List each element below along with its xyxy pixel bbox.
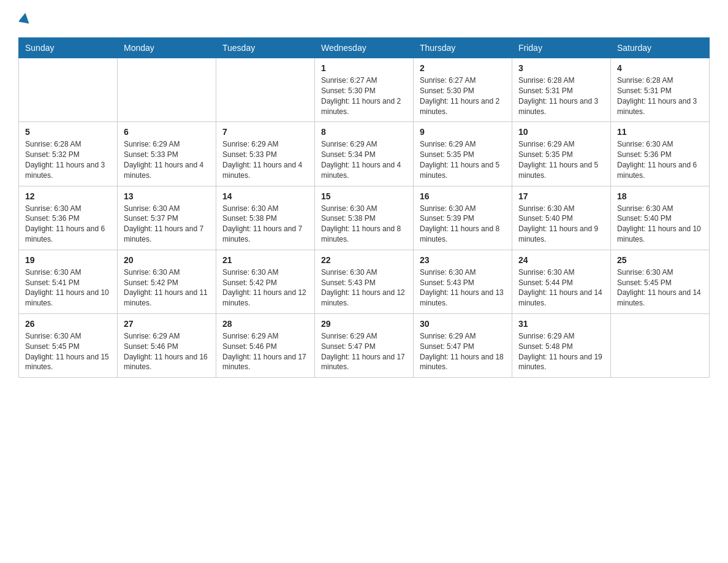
calendar-cell: 8Sunrise: 6:29 AM Sunset: 5:34 PM Daylig… (315, 122, 414, 186)
header-sunday: Sunday (19, 38, 118, 58)
day-info: Sunrise: 6:29 AM Sunset: 5:33 PM Dayligh… (222, 139, 308, 180)
calendar-week-3: 12Sunrise: 6:30 AM Sunset: 5:36 PM Dayli… (19, 186, 710, 250)
calendar-cell: 15Sunrise: 6:30 AM Sunset: 5:38 PM Dayli… (315, 186, 414, 250)
day-number: 5 (25, 127, 111, 137)
calendar-cell: 11Sunrise: 6:30 AM Sunset: 5:36 PM Dayli… (611, 122, 710, 186)
logo-triangle-icon (19, 12, 30, 29)
calendar-cell: 18Sunrise: 6:30 AM Sunset: 5:40 PM Dayli… (611, 186, 710, 250)
header-wednesday: Wednesday (315, 38, 414, 58)
calendar-cell: 4Sunrise: 6:28 AM Sunset: 5:31 PM Daylig… (611, 58, 710, 122)
calendar-cell: 5Sunrise: 6:28 AM Sunset: 5:32 PM Daylig… (19, 122, 118, 186)
day-number: 17 (518, 191, 604, 201)
day-number: 30 (420, 319, 506, 329)
calendar-cell (611, 313, 710, 377)
day-number: 8 (321, 127, 407, 137)
day-info: Sunrise: 6:30 AM Sunset: 5:39 PM Dayligh… (420, 204, 506, 245)
day-number: 11 (617, 127, 703, 137)
day-info: Sunrise: 6:30 AM Sunset: 5:43 PM Dayligh… (321, 267, 407, 308)
calendar-cell: 6Sunrise: 6:29 AM Sunset: 5:33 PM Daylig… (118, 122, 216, 186)
day-number: 14 (222, 191, 308, 201)
day-info: Sunrise: 6:29 AM Sunset: 5:47 PM Dayligh… (321, 331, 407, 372)
day-number: 13 (124, 191, 210, 201)
day-info: Sunrise: 6:29 AM Sunset: 5:34 PM Dayligh… (321, 139, 407, 180)
day-info: Sunrise: 6:30 AM Sunset: 5:42 PM Dayligh… (222, 267, 308, 308)
day-info: Sunrise: 6:30 AM Sunset: 5:37 PM Dayligh… (124, 204, 210, 245)
day-info: Sunrise: 6:30 AM Sunset: 5:36 PM Dayligh… (25, 204, 111, 245)
day-number: 27 (124, 319, 210, 329)
day-number: 28 (222, 319, 308, 329)
day-info: Sunrise: 6:30 AM Sunset: 5:40 PM Dayligh… (617, 204, 703, 245)
day-number: 23 (420, 255, 506, 265)
calendar-cell: 19Sunrise: 6:30 AM Sunset: 5:41 PM Dayli… (19, 250, 118, 313)
day-info: Sunrise: 6:28 AM Sunset: 5:31 PM Dayligh… (617, 75, 703, 117)
calendar-table: SundayMondayTuesdayWednesdayThursdayFrid… (18, 37, 710, 378)
day-number: 20 (124, 255, 210, 265)
calendar-cell: 13Sunrise: 6:30 AM Sunset: 5:37 PM Dayli… (118, 186, 216, 250)
day-number: 25 (617, 255, 703, 265)
calendar-cell: 26Sunrise: 6:30 AM Sunset: 5:45 PM Dayli… (19, 313, 118, 377)
calendar-cell: 28Sunrise: 6:29 AM Sunset: 5:46 PM Dayli… (216, 313, 315, 377)
day-info: Sunrise: 6:28 AM Sunset: 5:32 PM Dayligh… (25, 139, 111, 180)
header-friday: Friday (512, 38, 611, 58)
calendar-cell: 9Sunrise: 6:29 AM Sunset: 5:35 PM Daylig… (414, 122, 512, 186)
day-number: 29 (321, 319, 407, 329)
day-number: 16 (420, 191, 506, 201)
calendar-cell: 16Sunrise: 6:30 AM Sunset: 5:39 PM Dayli… (414, 186, 512, 250)
day-info: Sunrise: 6:30 AM Sunset: 5:40 PM Dayligh… (518, 204, 604, 245)
calendar-cell: 29Sunrise: 6:29 AM Sunset: 5:47 PM Dayli… (315, 313, 414, 377)
day-number: 6 (124, 127, 210, 137)
day-number: 1 (321, 63, 407, 73)
day-number: 18 (617, 191, 703, 201)
day-number: 15 (321, 191, 407, 201)
day-number: 4 (617, 63, 703, 73)
calendar-cell: 10Sunrise: 6:29 AM Sunset: 5:35 PM Dayli… (512, 122, 611, 186)
calendar-cell: 1Sunrise: 6:27 AM Sunset: 5:30 PM Daylig… (315, 58, 414, 122)
calendar-cell: 3Sunrise: 6:28 AM Sunset: 5:31 PM Daylig… (512, 58, 611, 122)
day-info: Sunrise: 6:30 AM Sunset: 5:45 PM Dayligh… (25, 331, 111, 372)
day-number: 24 (518, 255, 604, 265)
day-number: 2 (420, 63, 506, 73)
day-number: 21 (222, 255, 308, 265)
calendar-cell (118, 58, 216, 122)
calendar-cell: 30Sunrise: 6:29 AM Sunset: 5:47 PM Dayli… (414, 313, 512, 377)
calendar-cell: 22Sunrise: 6:30 AM Sunset: 5:43 PM Dayli… (315, 250, 414, 313)
calendar-cell (19, 58, 118, 122)
day-number: 19 (25, 255, 111, 265)
calendar-week-5: 26Sunrise: 6:30 AM Sunset: 5:45 PM Dayli… (19, 313, 710, 377)
day-number: 10 (518, 127, 604, 137)
svg-marker-0 (19, 13, 30, 23)
day-info: Sunrise: 6:30 AM Sunset: 5:45 PM Dayligh… (617, 267, 703, 308)
day-info: Sunrise: 6:30 AM Sunset: 5:38 PM Dayligh… (222, 204, 308, 245)
header-monday: Monday (118, 38, 216, 58)
calendar-week-1: 1Sunrise: 6:27 AM Sunset: 5:30 PM Daylig… (19, 58, 710, 122)
calendar-cell: 14Sunrise: 6:30 AM Sunset: 5:38 PM Dayli… (216, 186, 315, 250)
day-number: 31 (518, 319, 604, 329)
day-info: Sunrise: 6:28 AM Sunset: 5:31 PM Dayligh… (518, 75, 604, 117)
day-info: Sunrise: 6:30 AM Sunset: 5:44 PM Dayligh… (518, 267, 604, 308)
day-info: Sunrise: 6:27 AM Sunset: 5:30 PM Dayligh… (420, 75, 506, 117)
calendar-cell: 25Sunrise: 6:30 AM Sunset: 5:45 PM Dayli… (611, 250, 710, 313)
day-info: Sunrise: 6:29 AM Sunset: 5:46 PM Dayligh… (124, 331, 210, 372)
calendar-cell: 27Sunrise: 6:29 AM Sunset: 5:46 PM Dayli… (118, 313, 216, 377)
day-info: Sunrise: 6:29 AM Sunset: 5:46 PM Dayligh… (222, 331, 308, 372)
calendar-cell: 20Sunrise: 6:30 AM Sunset: 5:42 PM Dayli… (118, 250, 216, 313)
calendar-cell: 31Sunrise: 6:29 AM Sunset: 5:48 PM Dayli… (512, 313, 611, 377)
day-info: Sunrise: 6:27 AM Sunset: 5:30 PM Dayligh… (321, 75, 407, 117)
calendar-cell: 24Sunrise: 6:30 AM Sunset: 5:44 PM Dayli… (512, 250, 611, 313)
calendar-cell: 23Sunrise: 6:30 AM Sunset: 5:43 PM Dayli… (414, 250, 512, 313)
page-header (18, 12, 710, 29)
day-number: 7 (222, 127, 308, 137)
day-number: 3 (518, 63, 604, 73)
day-number: 26 (25, 319, 111, 329)
calendar-cell: 2Sunrise: 6:27 AM Sunset: 5:30 PM Daylig… (414, 58, 512, 122)
calendar-cell: 17Sunrise: 6:30 AM Sunset: 5:40 PM Dayli… (512, 186, 611, 250)
header-saturday: Saturday (611, 38, 710, 58)
day-number: 22 (321, 255, 407, 265)
day-number: 9 (420, 127, 506, 137)
day-info: Sunrise: 6:29 AM Sunset: 5:47 PM Dayligh… (420, 331, 506, 372)
day-info: Sunrise: 6:29 AM Sunset: 5:33 PM Dayligh… (124, 139, 210, 180)
logo (18, 12, 31, 29)
day-info: Sunrise: 6:30 AM Sunset: 5:38 PM Dayligh… (321, 204, 407, 245)
calendar-cell: 21Sunrise: 6:30 AM Sunset: 5:42 PM Dayli… (216, 250, 315, 313)
day-info: Sunrise: 6:30 AM Sunset: 5:41 PM Dayligh… (25, 267, 111, 308)
